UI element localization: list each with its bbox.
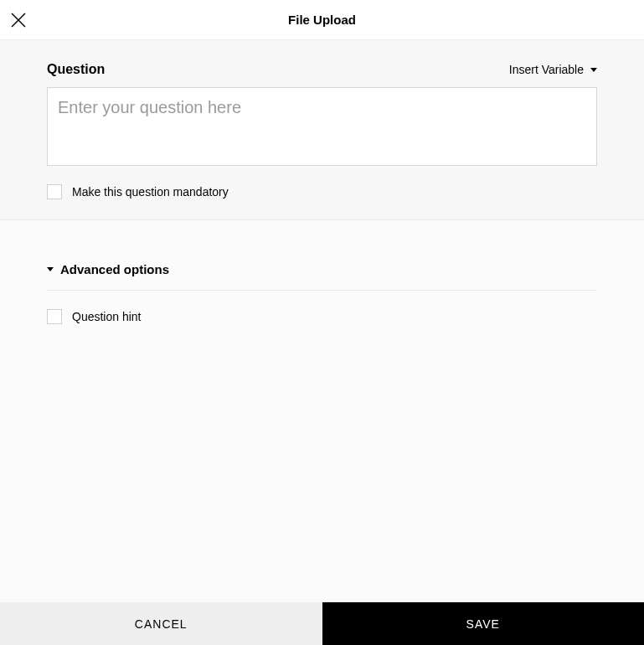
question-label: Question: [47, 62, 105, 77]
advanced-body: Question hint: [47, 309, 597, 324]
insert-variable-label: Insert Variable: [509, 63, 584, 76]
insert-variable-dropdown[interactable]: Insert Variable: [509, 63, 597, 76]
question-section: Question Insert Variable Make this quest…: [0, 40, 644, 220]
close-button[interactable]: [8, 10, 28, 30]
mandatory-checkbox[interactable]: [47, 184, 62, 199]
footer: CANCEL SAVE: [0, 602, 644, 645]
advanced-options-toggle[interactable]: Advanced options: [47, 262, 597, 291]
chevron-down-icon: [590, 68, 597, 72]
mandatory-row: Make this question mandatory: [47, 184, 597, 199]
question-hint-row: Question hint: [47, 309, 597, 324]
question-hint-checkbox[interactable]: [47, 309, 62, 324]
advanced-options-label: Advanced options: [60, 262, 169, 276]
spacer: [0, 344, 644, 602]
question-hint-label: Question hint: [72, 310, 142, 323]
question-header-row: Question Insert Variable: [47, 62, 597, 77]
mandatory-label: Make this question mandatory: [72, 185, 229, 199]
close-icon: [11, 13, 26, 28]
modal-header: File Upload: [0, 0, 644, 40]
question-input[interactable]: [47, 87, 597, 166]
modal-title: File Upload: [0, 13, 644, 27]
advanced-section: Advanced options Question hint: [0, 220, 644, 344]
save-button[interactable]: SAVE: [322, 602, 645, 645]
chevron-down-icon: [47, 267, 54, 271]
cancel-button[interactable]: CANCEL: [0, 602, 322, 645]
